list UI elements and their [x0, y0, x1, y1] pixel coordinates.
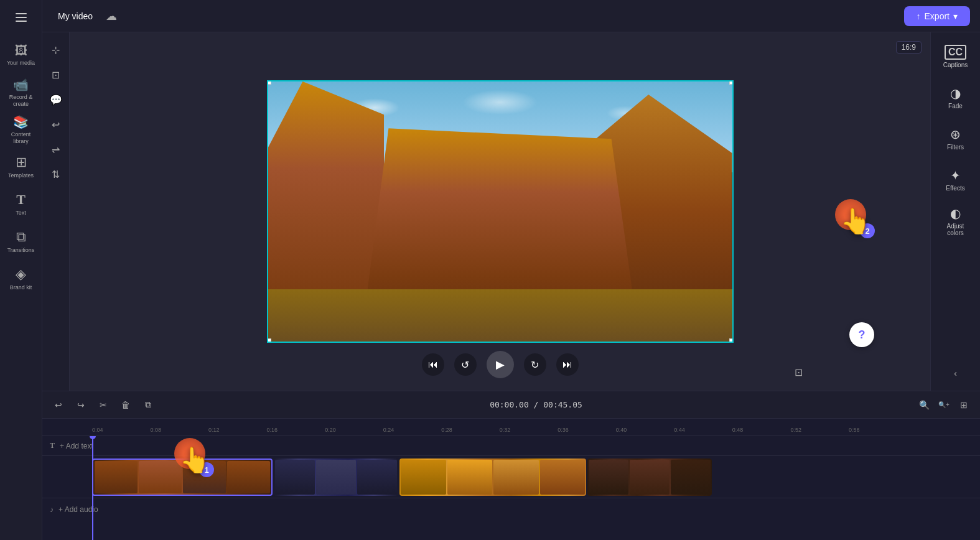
- sidebar-item-record-create[interactable]: 📹 Record &create: [2, 75, 40, 109]
- rewind-5s-button[interactable]: ↺: [454, 353, 477, 376]
- sidebar-item-label: Text: [16, 210, 26, 216]
- adjust-colors-label: Adjustcolors: [947, 223, 964, 236]
- resize-handle-tr[interactable]: [729, 80, 734, 85]
- help-button[interactable]: ?: [849, 322, 874, 347]
- sidebar-item-text[interactable]: T Text: [2, 187, 40, 221]
- export-button[interactable]: ↑ Export ▾: [904, 6, 970, 26]
- audio-note-icon: ♪: [50, 505, 54, 514]
- collapse-right-panel-button[interactable]: ‹: [948, 366, 963, 381]
- ruler-mark: 0:36: [558, 427, 569, 433]
- zoom-out-button[interactable]: 🔍: [915, 396, 933, 414]
- sidebar-item-label: Your media: [7, 60, 35, 67]
- resize-handle-tl[interactable]: [267, 80, 271, 85]
- clip-thumb: [275, 460, 315, 495]
- undo-button[interactable]: ↩: [50, 396, 67, 414]
- ruler-mark: 0:16: [267, 427, 278, 433]
- video-clip-3[interactable]: [399, 459, 586, 496]
- clip-thumbnails: [274, 459, 398, 496]
- clip-thumb: [447, 460, 493, 495]
- sidebar-item-label: Transitions: [7, 247, 35, 254]
- video-thumbnail: [268, 81, 732, 342]
- main-area: My video ☁ ↑ Export ▾ ⊹ ⊡ 💬 ↩ ⇌ ⇅ 16:9: [42, 0, 980, 540]
- crop-tool-button[interactable]: ⊡: [46, 65, 66, 85]
- video-clip-2[interactable]: [274, 459, 398, 496]
- clip-thumb: [540, 460, 586, 495]
- ruler-mark: 0:52: [790, 427, 801, 433]
- video-clip-4[interactable]: [587, 459, 712, 496]
- aspect-ratio-badge[interactable]: 16:9: [896, 41, 922, 54]
- sidebar-item-brand-kit[interactable]: ◈ Brand kit: [2, 261, 40, 296]
- effects-icon: ✦: [950, 168, 961, 183]
- sidebar-item-transitions[interactable]: ⧉ Transitions: [2, 224, 40, 259]
- timeline-ruler: 0:04 0:08 0:12 0:16 0:20 0:24 0:28 0:32 …: [42, 419, 980, 436]
- right-panel-effects[interactable]: ✦ Effects: [935, 161, 977, 199]
- top-bar: My video ☁ ↑ Export ▾: [42, 0, 980, 32]
- media-icon: 🖼: [15, 44, 27, 58]
- right-panel-fade[interactable]: ◑ Fade: [935, 78, 977, 117]
- resize-handle-br[interactable]: [729, 338, 734, 343]
- project-title[interactable]: My video: [52, 8, 98, 24]
- playback-controls: ⏮ ↺ ▶ ↻ ⏭ ⊡: [422, 351, 579, 378]
- cloud-save-icon[interactable]: ☁: [106, 9, 117, 23]
- video-clip-1[interactable]: [92, 459, 273, 496]
- duplicate-button[interactable]: ⧉: [139, 396, 157, 414]
- select-tool-button[interactable]: ⊹: [46, 40, 66, 60]
- menu-line: [16, 21, 27, 22]
- clip-thumbnails: [93, 460, 271, 495]
- sidebar-item-label: Brand kit: [10, 284, 32, 291]
- comment-tool-button[interactable]: 💬: [46, 90, 66, 109]
- cursor-annotation-2: 👆 2: [840, 207, 871, 236]
- clip-thumb: [401, 460, 446, 495]
- export-chevron-icon: ▾: [953, 11, 958, 21]
- text-icon: T: [16, 192, 26, 208]
- time-display: 00:00.00 / 00:45.05: [490, 400, 582, 409]
- cut-button[interactable]: ✂: [95, 396, 112, 414]
- sidebar-item-your-media[interactable]: 🖼 Your media: [2, 37, 40, 72]
- flip-horizontal-button[interactable]: ⇌: [46, 139, 66, 159]
- clip-thumb: [493, 460, 539, 495]
- expand-timeline-button[interactable]: ⊞: [955, 396, 973, 414]
- cursor-circle-2: [835, 199, 866, 230]
- clip-thumb: [357, 460, 397, 495]
- ruler-mark: 0:08: [151, 427, 162, 433]
- filters-icon: ⊛: [950, 127, 961, 142]
- timeline-area: ↩ ↪ ✂ 🗑 ⧉ 00:00.00 / 00:45.05 🔍 🔍+ ⊞ 0:0…: [42, 391, 980, 540]
- add-text-button[interactable]: + Add text: [60, 442, 93, 450]
- delete-button[interactable]: 🗑: [117, 396, 134, 414]
- zoom-in-button[interactable]: 🔍+: [935, 396, 953, 414]
- ruler-mark: 0:28: [441, 427, 452, 433]
- sidebar-item-content-library[interactable]: 📚 Contentlibrary: [2, 112, 40, 147]
- video-frame[interactable]: [267, 80, 734, 343]
- hamburger-menu[interactable]: [9, 5, 34, 30]
- menu-line: [16, 13, 27, 14]
- canvas-tools: ⊹ ⊡ 💬 ↩ ⇌ ⇅: [42, 32, 70, 391]
- video-clips-row: [92, 456, 980, 498]
- zoom-controls: 🔍 🔍+ ⊞: [915, 396, 973, 414]
- export-arrow-icon: ↑: [917, 11, 921, 21]
- captions-label: Captions: [943, 62, 968, 68]
- video-track: [42, 456, 980, 498]
- cursor-badge-2: 2: [860, 223, 875, 238]
- skip-forward-button[interactable]: ⏭: [556, 353, 579, 376]
- resize-handle-bl[interactable]: [267, 338, 271, 343]
- clip-thumbnails: [399, 459, 586, 496]
- fullscreen-button[interactable]: ⊡: [795, 366, 803, 378]
- right-panel-adjust-colors[interactable]: ◐ Adjustcolors: [935, 202, 977, 240]
- playhead[interactable]: [92, 436, 93, 540]
- ruler-mark: 0:24: [383, 427, 394, 433]
- undo-rotate-button[interactable]: ↩: [46, 114, 66, 134]
- timeline-toolbar: ↩ ↪ ✂ 🗑 ⧉ 00:00.00 / 00:45.05 🔍 🔍+ ⊞: [42, 391, 980, 419]
- sidebar-item-label: Contentlibrary: [11, 131, 31, 145]
- right-panel-captions[interactable]: CC Captions: [935, 37, 977, 76]
- menu-line: [16, 17, 27, 18]
- right-panel-filters[interactable]: ⊛ Filters: [935, 119, 977, 158]
- cursor-hand-2: 👆: [840, 207, 871, 236]
- forward-5s-button[interactable]: ↻: [524, 353, 546, 376]
- flip-vertical-button[interactable]: ⇅: [46, 164, 66, 184]
- play-button[interactable]: ▶: [487, 351, 514, 378]
- timeline-tracks: T + Add text: [42, 436, 980, 540]
- redo-button[interactable]: ↪: [72, 396, 90, 414]
- clip-thumb: [630, 460, 670, 495]
- skip-back-button[interactable]: ⏮: [422, 353, 444, 376]
- sidebar-item-templates[interactable]: ⊞ Templates: [2, 149, 40, 184]
